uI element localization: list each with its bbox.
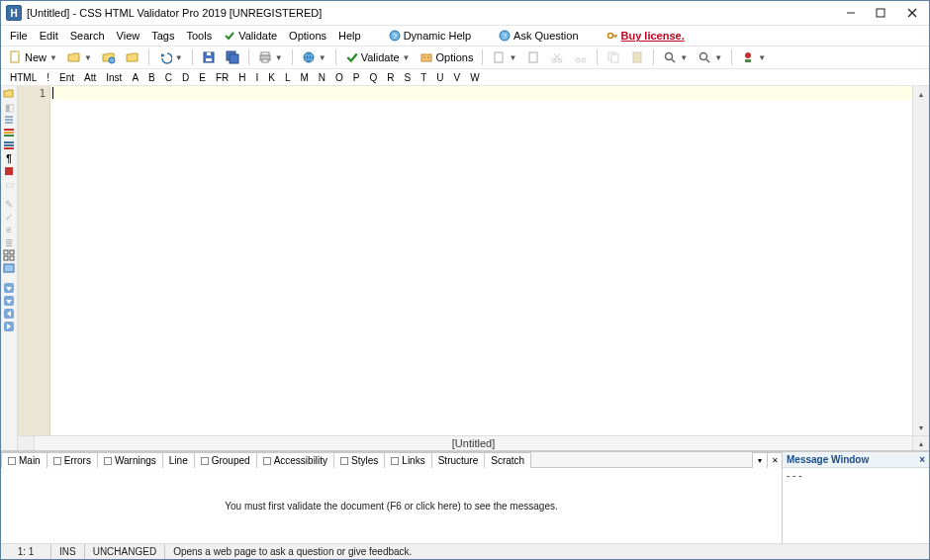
replace-button[interactable]: ▼ xyxy=(694,47,726,67)
save-all-button[interactable] xyxy=(222,47,243,67)
tag-att[interactable]: Att xyxy=(79,72,101,83)
tag-m[interactable]: M xyxy=(295,72,313,83)
menu-options[interactable]: Options xyxy=(283,28,332,44)
gutter-bars2-icon[interactable] xyxy=(3,140,15,151)
tab-main[interactable]: Main xyxy=(1,452,47,468)
tag-html[interactable]: HTML xyxy=(5,72,42,83)
tool-a-button[interactable]: ▼ xyxy=(488,47,520,67)
tool-b-button[interactable] xyxy=(522,47,544,67)
gutter-grey-icon[interactable]: ▭ xyxy=(3,178,15,190)
maximize-button[interactable] xyxy=(866,2,895,24)
tag-s[interactable]: S xyxy=(400,72,417,83)
tag-k[interactable]: K xyxy=(263,72,280,83)
gutter-check-icon[interactable]: ✓ xyxy=(3,211,15,223)
tag-o[interactable]: O xyxy=(330,72,348,83)
gutter-red-icon[interactable] xyxy=(3,165,15,177)
menu-file[interactable]: File xyxy=(4,28,34,44)
tag-e[interactable]: E xyxy=(194,72,211,83)
gutter-arrow-down2-icon[interactable] xyxy=(3,295,15,307)
new-button[interactable]: New ▼ xyxy=(5,47,61,67)
menu-tags[interactable]: Tags xyxy=(145,28,180,44)
print-button[interactable]: ▼ xyxy=(254,47,287,67)
paste-button[interactable] xyxy=(626,47,648,67)
save-button[interactable] xyxy=(198,47,220,67)
tag-a[interactable]: A xyxy=(127,72,143,83)
tab-links[interactable]: Links xyxy=(384,452,431,468)
cut-button[interactable] xyxy=(546,47,568,67)
open-url-button[interactable] xyxy=(98,47,120,67)
close-button[interactable] xyxy=(895,2,929,24)
tag-inst[interactable]: Inst xyxy=(101,72,127,83)
gutter-arrow-left-icon[interactable] xyxy=(3,308,15,320)
tag-fr[interactable]: FR xyxy=(211,72,233,83)
document-tab[interactable]: [Untitled] xyxy=(34,436,912,450)
tab-warnings[interactable]: Warnings xyxy=(97,452,163,468)
buy-license-button[interactable]: Buy license. xyxy=(601,28,691,44)
ask-question-button[interactable]: ? Ask Question xyxy=(493,28,584,44)
dynamic-help-button[interactable]: ? Dynamic Help xyxy=(383,28,477,44)
tab-scratch[interactable]: Scratch xyxy=(484,452,531,468)
messages-body[interactable]: You must first validate the document (F6… xyxy=(1,468,782,543)
tag-u[interactable]: U xyxy=(431,72,448,83)
tag-bang[interactable]: ! xyxy=(42,72,54,83)
record-button[interactable]: ▼ xyxy=(737,47,770,67)
gutter-folder-icon[interactable] xyxy=(3,88,15,100)
tag-v[interactable]: V xyxy=(449,72,466,83)
tag-b[interactable]: B xyxy=(143,72,160,83)
scroll-track[interactable] xyxy=(913,102,929,420)
gutter-lines-icon[interactable]: ≡ xyxy=(3,224,15,235)
menu-search[interactable]: Search xyxy=(64,28,111,44)
tag-i[interactable]: I xyxy=(250,72,263,83)
undo-button[interactable]: ▼ xyxy=(154,47,187,67)
tab-accessibility[interactable]: Accessibility xyxy=(256,452,334,468)
gutter-arrow-right-icon[interactable] xyxy=(3,321,15,332)
tab-grouped[interactable]: Grouped xyxy=(194,452,257,468)
scroll-up-tab-button[interactable]: ▴ xyxy=(912,436,929,450)
tab-line[interactable]: Line xyxy=(162,452,195,468)
menu-tools[interactable]: Tools xyxy=(180,28,218,44)
minimize-button[interactable] xyxy=(836,2,866,24)
tab-styles[interactable]: Styles xyxy=(333,452,385,468)
gutter-list-icon[interactable] xyxy=(3,114,15,126)
copy-button[interactable] xyxy=(603,47,624,67)
tab-dropdown-button[interactable]: ▾ xyxy=(752,452,768,468)
tab-structure[interactable]: Structure xyxy=(431,452,486,468)
cut-alt-button[interactable] xyxy=(570,47,592,67)
gutter-grid-icon[interactable] xyxy=(3,249,15,261)
tag-h[interactable]: H xyxy=(233,72,250,83)
code-area[interactable] xyxy=(50,86,912,435)
browser-preview-button[interactable]: ▼ xyxy=(298,47,330,67)
editor[interactable]: 1 ▴ ▾ xyxy=(18,86,929,435)
menu-edit[interactable]: Edit xyxy=(34,28,64,44)
tag-c[interactable]: C xyxy=(160,72,177,83)
menu-help[interactable]: Help xyxy=(332,28,367,44)
gutter-para-icon[interactable]: ¶ xyxy=(3,152,15,164)
scroll-up-button[interactable]: ▴ xyxy=(913,86,929,102)
tag-p[interactable]: P xyxy=(348,72,365,83)
validate-button[interactable]: Validate ▼ xyxy=(341,47,415,67)
gutter-wand-icon[interactable]: ✎ xyxy=(3,198,15,210)
tab-close-button[interactable]: ✕ xyxy=(767,452,783,468)
options-button[interactable]: Options xyxy=(416,47,477,67)
tag-ent[interactable]: Ent xyxy=(54,72,79,83)
gutter-bars1-icon[interactable] xyxy=(3,127,15,139)
message-window-close-button[interactable]: × xyxy=(919,454,925,465)
scroll-down-button[interactable]: ▾ xyxy=(913,420,929,435)
tag-d[interactable]: D xyxy=(177,72,194,83)
gutter-arrow-down-icon[interactable] xyxy=(3,282,15,294)
tag-w[interactable]: W xyxy=(465,72,484,83)
menu-validate[interactable]: Validate xyxy=(218,28,283,44)
gutter-window-icon[interactable] xyxy=(3,262,15,274)
tag-r[interactable]: R xyxy=(382,72,399,83)
tag-t[interactable]: T xyxy=(416,72,431,83)
tag-l[interactable]: L xyxy=(280,72,296,83)
menu-view[interactable]: View xyxy=(111,28,146,44)
vertical-scrollbar[interactable]: ▴ ▾ xyxy=(912,86,929,435)
find-button[interactable]: ▼ xyxy=(659,47,692,67)
gutter-doc-icon[interactable]: ◧ xyxy=(3,101,15,113)
tag-q[interactable]: Q xyxy=(365,72,383,83)
tag-n[interactable]: N xyxy=(314,72,330,83)
open-extra-button[interactable] xyxy=(122,47,143,67)
open-button[interactable]: ▼ xyxy=(63,47,96,67)
tab-errors[interactable]: Errors xyxy=(46,452,98,468)
